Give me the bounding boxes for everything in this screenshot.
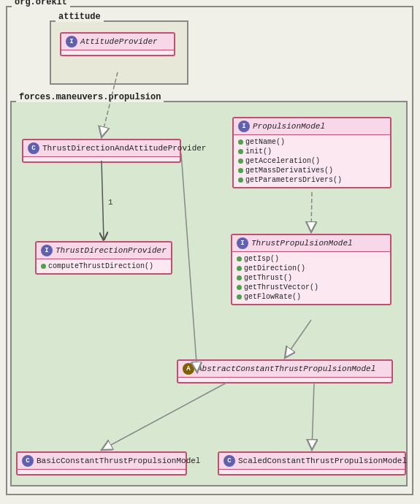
method-dot-getthrustVector — [237, 285, 242, 290]
stereotype-badge-propulsion-model: I — [238, 121, 250, 132]
stereotype-badge-bctpm: C — [22, 455, 34, 467]
box-propulsion-model-body: getName() init() getAcceleration() getMa… — [234, 135, 390, 187]
box-attitudeprovider: I AttitudeProvider — [60, 32, 175, 56]
box-tdp-body: computeThrustDirection() — [37, 259, 171, 273]
box-attitudeprovider-header: I AttitudeProvider — [61, 34, 174, 50]
box-actpm-body — [178, 378, 392, 382]
box-attitudeprovider-title: AttitudeProvider — [80, 37, 158, 46]
box-sctpm-title: ScaledConstantThrustPropulsionModel — [238, 457, 407, 465]
method-dot-getname — [238, 140, 243, 145]
diagram-root: org.orekit attitude forces.maneuvers.pro… — [0, 0, 420, 504]
method-dot-getthrust — [237, 275, 242, 280]
box-bctpm-body — [18, 470, 186, 474]
method-getthrust: getThrust() — [237, 273, 386, 283]
box-sctpm-body — [219, 470, 405, 474]
method-getisp: getIsp() — [237, 254, 386, 264]
method-dot-computethrustdirection — [41, 264, 46, 269]
method-dot-getmassderivatives — [238, 168, 243, 173]
method-getname: getName() — [238, 137, 386, 147]
box-tdap-title: ThrustDirectionAndAttitudeProvider — [42, 144, 206, 153]
method-dot-getflowrate — [237, 294, 242, 299]
box-bctpm-title: BasicConstantThrustPropulsionModel — [37, 457, 200, 465]
method-dot-init — [238, 149, 243, 154]
box-tdp: I ThrustDirectionProvider computeThrustD… — [35, 241, 172, 275]
package-attitude-label: attitude — [56, 12, 104, 22]
box-sctpm: C ScaledConstantThrustPropulsionModel — [218, 451, 406, 476]
method-dot-getacceleration — [238, 159, 243, 164]
stereotype-badge-tdp: I — [41, 245, 53, 256]
stereotype-badge-tpm: I — [237, 237, 248, 249]
method-getthrustVector: getThrustVector() — [237, 283, 386, 292]
box-bctpm: C BasicConstantThrustPropulsionModel — [16, 451, 187, 476]
package-propulsion-label: forces.maneuvers.propulsion — [16, 92, 164, 102]
method-getdirection: getDirection() — [237, 264, 386, 273]
package-orekit-label: org.orekit — [12, 0, 70, 7]
method-getmassderivatives: getMassDerivatives() — [238, 166, 386, 175]
box-actpm-header: A AbstractConstantThrustPropulsionModel — [178, 361, 392, 378]
box-attitudeprovider-body — [61, 50, 174, 55]
box-bctpm-header: C BasicConstantThrustPropulsionModel — [18, 453, 186, 470]
stereotype-badge-tdap: C — [28, 142, 39, 154]
stereotype-badge-sctpm: C — [224, 455, 235, 467]
method-getflowrate: getFlowRate() — [237, 292, 386, 302]
box-tdap-body — [23, 157, 180, 161]
stereotype-badge-attitudeprovider: I — [66, 36, 77, 47]
method-dot-getisp — [237, 256, 242, 261]
method-getacceleration: getAcceleration() — [238, 156, 386, 166]
box-sctpm-header: C ScaledConstantThrustPropulsionModel — [219, 453, 405, 470]
box-tpm: I ThrustPropulsionModel getIsp() getDire… — [231, 234, 392, 305]
box-propulsion-model-title: PropulsionModel — [253, 122, 325, 131]
stereotype-badge-actpm: A — [183, 363, 194, 375]
box-tdap: C ThrustDirectionAndAttitudeProvider — [22, 139, 181, 163]
box-propulsion-model-header: I PropulsionModel — [234, 118, 390, 135]
box-propulsion-model: I PropulsionModel getName() init() getAc… — [232, 117, 392, 188]
box-actpm: A AbstractConstantThrustPropulsionModel — [177, 359, 393, 383]
box-tdp-title: ThrustDirectionProvider — [56, 246, 167, 255]
method-init: init() — [238, 147, 386, 156]
method-getparametersDrivers: getParametersDrivers() — [238, 175, 386, 185]
box-tdap-header: C ThrustDirectionAndAttitudeProvider — [23, 140, 180, 157]
box-tdp-header: I ThrustDirectionProvider — [37, 243, 171, 259]
box-tpm-header: I ThrustPropulsionModel — [232, 235, 390, 252]
box-tpm-body: getIsp() getDirection() getThrust() getT… — [232, 252, 390, 304]
box-tpm-title: ThrustPropulsionModel — [251, 239, 353, 248]
box-actpm-title: AbstractConstantThrustPropulsionModel — [197, 364, 375, 373]
method-computethrustdirection: computeThrustDirection() — [41, 261, 167, 271]
method-dot-getparametersDrivers — [238, 177, 243, 183]
method-dot-getdirection — [237, 266, 242, 271]
